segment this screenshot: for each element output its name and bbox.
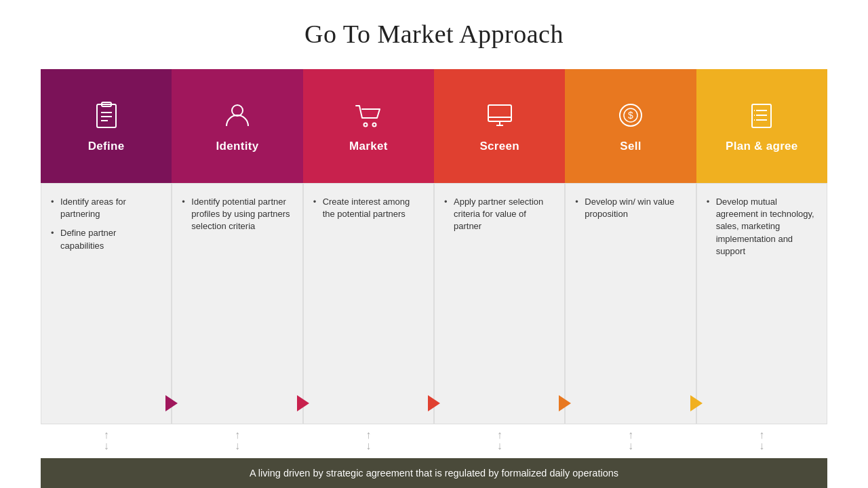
up-arrow-market: ↑ bbox=[366, 430, 371, 441]
bullet-item: Develop mutual agreement in technology, … bbox=[707, 196, 817, 258]
down-arrow-screen: ↓ bbox=[497, 441, 502, 451]
screen-label: Screen bbox=[479, 140, 519, 153]
up-arrow-define: ↑ bbox=[104, 430, 109, 441]
col-header-identity: Identity bbox=[172, 69, 302, 183]
arrow-market bbox=[428, 395, 440, 411]
plan-icon bbox=[747, 100, 776, 140]
bottom-row: Identify areas for partneringDefine part… bbox=[41, 183, 827, 424]
double-arrow-define: ↑↓ bbox=[104, 430, 109, 451]
identity-icon bbox=[222, 100, 252, 140]
bullet-item: Develop win/ win value proposition bbox=[575, 196, 686, 220]
double-arrow-identity: ↑↓ bbox=[235, 430, 240, 451]
double-arrow-plan: ↑↓ bbox=[759, 430, 764, 451]
svg-point-7 bbox=[373, 123, 376, 127]
down-arrow-market: ↓ bbox=[366, 441, 371, 451]
arrows-row: ↑↓↑↓↑↓↑↓↑↓↑↓ bbox=[41, 424, 827, 458]
col-body-define: Identify areas for partneringDefine part… bbox=[41, 183, 172, 424]
col-header-market: Market bbox=[303, 69, 434, 183]
col-header-sell: $ Sell bbox=[565, 69, 696, 183]
up-arrow-plan: ↑ bbox=[759, 430, 764, 441]
bullet-item: Identify potential partner profiles by u… bbox=[182, 196, 292, 233]
down-arrow-sell: ↓ bbox=[628, 441, 633, 451]
double-arrow-screen: ↑↓ bbox=[497, 430, 502, 451]
identity-label: Identity bbox=[216, 140, 259, 153]
svg-point-5 bbox=[232, 105, 243, 116]
col-header-plan: Plan & agree bbox=[696, 69, 827, 183]
page: Go To Market Approach Define Identity Ma… bbox=[0, 0, 868, 488]
market-icon bbox=[353, 100, 383, 140]
svg-point-6 bbox=[364, 123, 368, 127]
sell-icon: $ bbox=[616, 100, 646, 140]
up-arrow-screen: ↑ bbox=[497, 430, 502, 441]
arrow-screen bbox=[559, 395, 571, 411]
sell-label: Sell bbox=[620, 140, 641, 153]
double-arrow-market: ↑↓ bbox=[366, 430, 371, 451]
bullet-item: Create interest among the potential part… bbox=[313, 196, 424, 220]
col-body-screen: Apply partner selection criteria for val… bbox=[434, 183, 565, 424]
page-title: Go To Market Approach bbox=[304, 19, 564, 49]
columns-wrapper: Define Identity Market Screen $ Sell bbox=[41, 69, 827, 424]
col-header-define: Define bbox=[41, 69, 172, 183]
svg-rect-8 bbox=[488, 105, 511, 121]
plan-label: Plan & agree bbox=[726, 140, 798, 153]
define-icon bbox=[92, 100, 121, 140]
screen-icon bbox=[485, 100, 515, 140]
col-body-sell: Develop win/ win value proposition bbox=[565, 183, 696, 424]
bullet-item: Identify areas for partnering bbox=[51, 196, 161, 220]
down-arrow-plan: ↓ bbox=[759, 441, 764, 451]
arrow-sell bbox=[690, 395, 703, 411]
bullet-item: Apply partner selection criteria for val… bbox=[444, 196, 555, 233]
footer-bar: A living driven by strategic agreement t… bbox=[41, 458, 827, 488]
down-arrow-identity: ↓ bbox=[235, 441, 240, 451]
col-body-market: Create interest among the potential part… bbox=[303, 183, 434, 424]
col-body-plan: Develop mutual agreement in technology, … bbox=[696, 183, 827, 424]
col-header-screen: Screen bbox=[434, 69, 565, 183]
up-arrow-sell: ↑ bbox=[628, 430, 633, 441]
market-label: Market bbox=[349, 140, 388, 153]
footer-text: A living driven by strategic agreement t… bbox=[250, 468, 618, 479]
top-row: Define Identity Market Screen $ Sell bbox=[41, 69, 827, 183]
bullet-item: Define partner capabilities bbox=[51, 227, 161, 251]
arrow-identity bbox=[297, 395, 309, 411]
down-arrow-define: ↓ bbox=[104, 441, 109, 451]
double-arrow-sell: ↑↓ bbox=[628, 430, 633, 451]
arrow-define bbox=[165, 395, 178, 411]
up-arrow-identity: ↑ bbox=[235, 430, 240, 441]
col-body-identity: Identify potential partner profiles by u… bbox=[172, 183, 302, 424]
define-label: Define bbox=[88, 140, 125, 153]
svg-text:$: $ bbox=[628, 110, 633, 121]
